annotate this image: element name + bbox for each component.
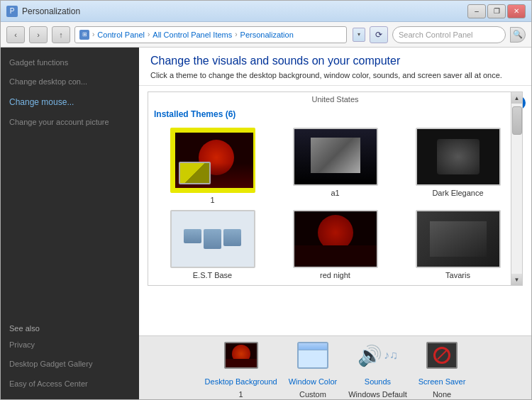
theme-name-red: red night: [320, 271, 350, 279]
theme-name-a1: a1: [331, 189, 339, 197]
window-color-sublabel: Custom: [299, 390, 326, 399]
sounds-label: Sounds: [365, 377, 391, 387]
themes-grid: 1 a1: [148, 122, 522, 285]
theme-item-tavaris[interactable]: Tavaris: [399, 210, 516, 279]
toolbar-item-screen-saver[interactable]: Screen Saver None: [419, 337, 466, 398]
title-buttons: – ❐ ✕: [467, 4, 526, 18]
theme-thumb-wrapper-est: [170, 210, 255, 268]
music-notes-icon: ♪♫: [384, 349, 398, 362]
main-window: P Personalization – ❐ ✕ ‹ › ↑ ⊞ › Contro…: [0, 0, 532, 400]
theme-est-folders: [184, 229, 241, 249]
theme-item-est[interactable]: E.S.T Base: [154, 210, 271, 279]
close-button[interactable]: ✕: [507, 4, 526, 18]
theme-thumb-wrapper-dark: [416, 128, 501, 186]
content-description: Click a theme to change the desktop back…: [150, 70, 520, 81]
screen-saver-icon: [423, 337, 460, 374]
theme-thumb-dark: [417, 129, 499, 184]
theme-thumb-tav: [417, 211, 499, 267]
sidebar-footer-privacy[interactable]: Privacy: [1, 335, 139, 355]
toolbar-item-sounds[interactable]: 🔊 ♪♫ Sounds Windows Default: [348, 337, 407, 398]
screen-saver-icon-graphic: [426, 342, 458, 369]
breadcrumb-all-items[interactable]: All Control Panel Items: [153, 30, 232, 39]
window-icon: P: [6, 6, 18, 17]
country-label: United States: [148, 92, 522, 106]
speaker-icon: 🔊: [358, 344, 382, 367]
right-content: ? Change the visuals and sounds on your …: [139, 48, 531, 399]
theme-tav-shape: [430, 221, 487, 257]
scroll-thumb[interactable]: [512, 106, 522, 135]
search-button[interactable]: 🔍: [510, 27, 526, 43]
breadcrumb-personalization[interactable]: Personalization: [240, 30, 294, 39]
see-also-label: See also: [1, 320, 139, 335]
address-bar: ‹ › ↑ ⊞ › Control Panel › All Control Pa…: [1, 22, 531, 48]
desktop-bg-label: Desktop Background: [205, 377, 277, 387]
window-color-icon: [294, 337, 331, 374]
theme-thumb-wrapper-1: [170, 128, 255, 193]
desktop-bg-icon: [223, 337, 260, 374]
sidebar-item-mouse[interactable]: Change mouse...: [1, 92, 139, 113]
theme-thumb-1: [175, 133, 255, 188]
themes-scroll-area: United States Installed Themes (6): [148, 91, 523, 286]
minimize-button[interactable]: –: [467, 4, 486, 18]
breadcrumb-control-panel[interactable]: Control Panel: [97, 30, 145, 39]
sidebar-footer-gadget-gallery[interactable]: Desktop Gadget Gallery: [1, 355, 139, 374]
theme-item-a1[interactable]: a1: [277, 128, 394, 204]
themes-area: United States Installed Themes (6): [139, 86, 531, 335]
theme-thumb-red: [294, 211, 377, 267]
desktop-bg-icon-graphic: [224, 342, 258, 369]
themes-container[interactable]: United States Installed Themes (6): [139, 86, 531, 335]
sounds-icon: 🔊 ♪♫: [359, 337, 396, 374]
restore-button[interactable]: ❐: [487, 4, 506, 18]
main-content: Gadget functions Change desktop con... C…: [1, 48, 531, 399]
sidebar-item-gadget[interactable]: Gadget functions: [1, 53, 139, 72]
theme-name-1: 1: [210, 196, 214, 204]
breadcrumb-dropdown-button[interactable]: ▾: [353, 28, 365, 42]
theme-item-red-night[interactable]: red night: [277, 210, 394, 279]
theme-thumb-est: [172, 211, 254, 267]
sounds-icon-graphic: 🔊 ♪♫: [362, 340, 393, 371]
theme-name-dark: Dark Elegance: [432, 189, 483, 197]
theme-red-ground: [294, 245, 377, 267]
sounds-sublabel: Windows Default: [348, 390, 407, 399]
sidebar-item-account-picture[interactable]: Change your account picture: [1, 113, 139, 132]
sidebar-item-desktop-icons[interactable]: Change desktop con...: [1, 72, 139, 91]
window-color-label: Window Color: [289, 377, 337, 387]
back-button[interactable]: ‹: [6, 26, 25, 43]
up-button[interactable]: ↑: [52, 26, 70, 43]
theme-thumb-wrapper-red: [293, 210, 378, 268]
scrollbar[interactable]: ▲ ▼: [511, 92, 522, 285]
forward-button[interactable]: ›: [29, 26, 48, 43]
content-header: Change the visuals and sounds on your co…: [139, 48, 531, 86]
theme-item-1[interactable]: 1: [154, 128, 271, 204]
scroll-down-button[interactable]: ▼: [511, 274, 523, 285]
theme-name-est: E.S.T Base: [193, 271, 232, 279]
search-bar[interactable]: Search Control Panel: [392, 26, 506, 43]
theme-thumb-wrapper-tav: [416, 210, 501, 268]
theme-1-mini-thumb: [179, 162, 211, 184]
toolbar-item-desktop-bg[interactable]: Desktop Background 1: [205, 337, 277, 398]
theme-thumb-a1: [294, 129, 377, 184]
toolbar-item-window-color[interactable]: Window Color Custom: [289, 337, 337, 398]
screen-saver-label: Screen Saver: [419, 377, 466, 387]
breadcrumb-bar: ⊞ › Control Panel › All Control Panel It…: [74, 26, 347, 43]
content-title: Change the visuals and sounds on your co…: [150, 55, 520, 67]
refresh-button[interactable]: ⟳: [370, 26, 388, 43]
search-placeholder: Search Control Panel: [399, 30, 499, 39]
breadcrumb-home-icon: ⊞: [79, 30, 89, 40]
sidebar-footer-ease-of-access[interactable]: Easy of Access Center: [1, 374, 139, 394]
title-bar: P Personalization – ❐ ✕: [1, 1, 531, 22]
scroll-up-button[interactable]: ▲: [511, 92, 523, 104]
installed-themes-label: Installed Themes (6): [148, 106, 522, 122]
sidebar: Gadget functions Change desktop con... C…: [1, 48, 139, 399]
window-color-icon-graphic: [297, 342, 328, 369]
theme-thumb-wrapper-a1: [293, 128, 378, 186]
theme-dark-obj: [437, 139, 480, 174]
bottom-toolbar: Desktop Background 1 Window Color Custom: [139, 335, 531, 399]
screen-saver-sublabel: None: [433, 390, 451, 399]
no-sign-icon: [433, 347, 450, 364]
theme-item-dark-elegance[interactable]: Dark Elegance: [399, 128, 516, 204]
theme-a1-shape: [311, 138, 360, 173]
desktop-bg-sublabel: 1: [239, 390, 243, 399]
theme-name-tav: Tavaris: [445, 271, 470, 279]
window-title: Personalization: [22, 6, 467, 16]
